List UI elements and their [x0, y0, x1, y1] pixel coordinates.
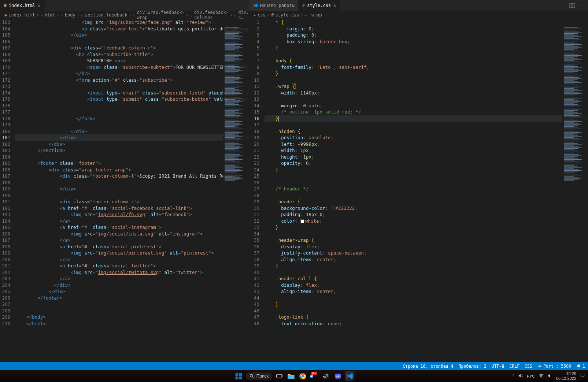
indent-status[interactable]: Пробелов: 2 — [459, 364, 487, 369]
steam-icon[interactable] — [321, 371, 331, 381]
svg-point-15 — [323, 373, 329, 379]
breadcrumb-item[interactable]: ⬦div.wrap.feedback-wrap — [133, 10, 185, 20]
modified-indicator-icon — [4, 4, 7, 7]
task-view-icon[interactable] — [274, 371, 284, 381]
live-server-status[interactable]: Port : 5500 — [537, 364, 571, 369]
breadcrumb-item[interactable]: ⬦.wrap — [305, 12, 322, 18]
svg-point-13 — [302, 375, 304, 378]
breadcrumb-left[interactable]: ◆index.html›⬦html›⬦body›⬦section.feedbac… — [0, 11, 249, 19]
line-numbers: 1631641651661671681691701711721731741751… — [0, 19, 15, 362]
tray-volume-icon[interactable] — [518, 373, 523, 379]
svg-point-7 — [250, 374, 252, 377]
tab-welcome[interactable]: Начало работы — [249, 0, 299, 11]
encoding-status[interactable]: UTF-8 — [492, 364, 504, 369]
tab-style-css[interactable]: # style.css × — [299, 0, 340, 11]
search-label: Поиск — [256, 374, 269, 379]
telegram-icon[interactable]: 81 — [310, 371, 319, 381]
cursor-position[interactable]: Строка 16, столбец 4 — [403, 364, 453, 369]
breadcrumb-item[interactable]: ⬦div.feedback-columns — [190, 10, 229, 20]
svg-point-20 — [336, 375, 337, 377]
status-bar: Строка 16, столбец 4 Пробелов: 2 UTF-8 C… — [0, 362, 588, 370]
line-numbers: 1234567891011121314151617181920212223242… — [249, 19, 265, 362]
date-label: 06.12.2022 — [556, 376, 576, 381]
split-editor-icon[interactable]: ⋯ — [564, 0, 588, 11]
svg-rect-9 — [277, 374, 282, 378]
port-label: Port : 5500 — [543, 364, 571, 369]
language-indicator[interactable]: РУС — [527, 374, 535, 378]
close-icon[interactable]: × — [333, 3, 336, 8]
breadcrumb-item[interactable]: ▸css — [254, 12, 266, 18]
close-icon[interactable]: × — [37, 3, 40, 8]
tab-label: index.html — [9, 3, 35, 8]
breadcrumb-item[interactable]: ⬦html — [41, 12, 55, 18]
taskbar-search[interactable]: Поиск — [245, 372, 272, 380]
vscode-taskbar-icon[interactable] — [345, 371, 354, 381]
svg-rect-10 — [276, 375, 277, 377]
svg-line-8 — [252, 377, 254, 378]
minimap-left[interactable] — [223, 27, 249, 362]
clock[interactable]: 10:29 06.12.2022 — [556, 371, 576, 381]
tabs-right: Начало работы # style.css × ⋯ — [249, 0, 588, 11]
tray-sound-icon[interactable] — [547, 373, 552, 379]
breadcrumb-item[interactable]: ⬦body — [61, 12, 75, 18]
code-content[interactable]: <img src="img/subscribe/face.png" alt="r… — [15, 19, 249, 362]
breadcrumb-right[interactable]: ▸css›#style.css›⬦.wrap — [249, 11, 588, 19]
tray-notification-icon[interactable] — [580, 373, 585, 379]
tab-label: style.css — [307, 3, 331, 8]
chrome-icon[interactable] — [298, 371, 307, 381]
notifications-icon[interactable]: 1 — [576, 364, 585, 369]
vscode-icon — [253, 3, 258, 8]
file-explorer-icon[interactable] — [286, 371, 296, 381]
tab-label: Начало работы — [260, 3, 295, 8]
time-label: 10:29 — [556, 371, 576, 376]
tabs-left: index.html × — [0, 0, 249, 11]
svg-rect-1 — [573, 3, 575, 8]
tray-chevron-icon[interactable]: ˄ — [512, 374, 514, 379]
discord-icon[interactable] — [333, 371, 343, 381]
svg-rect-6 — [239, 377, 242, 379]
eol-status[interactable]: CRLF — [509, 364, 519, 369]
notif-count: 1 — [583, 364, 585, 369]
svg-point-22 — [541, 377, 541, 378]
svg-rect-11 — [282, 375, 282, 377]
taskbar: Поиск 81 ˄ РУС 10:29 06.12.2022 — [0, 370, 588, 382]
svg-rect-4 — [239, 373, 242, 376]
svg-point-21 — [338, 375, 339, 377]
svg-rect-19 — [335, 374, 341, 378]
svg-rect-5 — [235, 377, 238, 379]
svg-point-2 — [538, 366, 539, 367]
start-menu-icon[interactable] — [234, 371, 243, 381]
svg-rect-3 — [235, 373, 238, 376]
svg-point-17 — [326, 375, 328, 376]
language-status[interactable]: CSS — [525, 364, 532, 369]
breadcrumb-item[interactable]: ⬦section.feedback — [81, 12, 127, 18]
breadcrumb-item[interactable]: ◆index.html — [4, 12, 35, 18]
editor-left[interactable]: 1631641651661671681691701711721731741751… — [0, 19, 249, 362]
minimap-right[interactable] — [562, 27, 588, 362]
breadcrumb-item[interactable]: #style.css — [271, 12, 299, 18]
editor-right[interactable]: 1234567891011121314151617181920212223242… — [249, 19, 588, 362]
badge: 81 — [311, 372, 317, 375]
tray-network-icon[interactable] — [539, 373, 544, 379]
search-icon — [249, 374, 254, 379]
code-content[interactable]: * { margin: 0; padding: 0; box-sizing: b… — [265, 19, 588, 362]
svg-rect-0 — [570, 3, 572, 8]
css-icon: # — [302, 3, 305, 8]
tab-index-html[interactable]: index.html × — [0, 0, 45, 11]
